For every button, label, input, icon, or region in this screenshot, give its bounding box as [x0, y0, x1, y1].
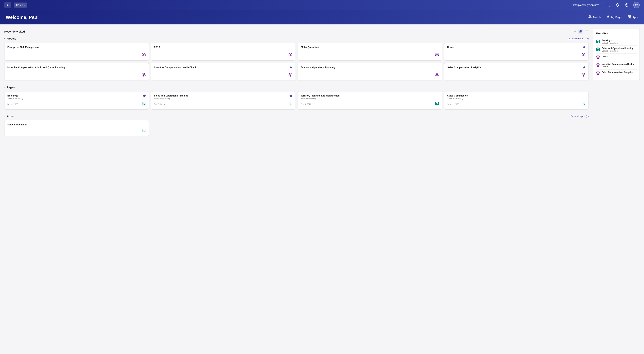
- fav-item-title: Home: [602, 55, 608, 58]
- fav-item-texts: Incentive Compensation Health Check: [602, 63, 637, 68]
- fav-item-texts: Sales Compensation Analytics: [602, 71, 633, 74]
- model-cube-icon: [142, 53, 146, 58]
- model-card-home[interactable]: Home: [444, 42, 589, 60]
- svg-rect-33: [436, 102, 438, 105]
- app-card-title: Sales Forecasting: [7, 123, 146, 126]
- favorites-sidebar: Favorites Bookings Sales Forecasting Sal…: [593, 29, 640, 142]
- page-card-territory-planning[interactable]: Territory Planning and Management Sales …: [298, 91, 442, 110]
- content-left: Recently visited: [4, 29, 589, 142]
- models-nav-button[interactable]: Models: [588, 15, 601, 20]
- model-card-sales-ops-planning[interactable]: Sales and Operations Planning: [298, 63, 442, 81]
- svg-rect-13: [580, 32, 582, 32]
- svg-rect-44: [144, 131, 145, 132]
- star-icon[interactable]: [143, 94, 146, 98]
- model-card-enterprise-risk[interactable]: Enterprise Risk Management: [4, 42, 149, 60]
- page-card-top: Sales and Operations Planning Sales Fore…: [154, 94, 292, 100]
- pages-collapse-icon[interactable]: ▾: [4, 86, 6, 88]
- page-card-subtitle: Sales Forecasting: [447, 98, 468, 100]
- page-card-info: Sales and Operations Planning Sales Fore…: [154, 94, 188, 100]
- svg-rect-11: [580, 30, 582, 31]
- model-card-fpa-quickstart[interactable]: FP&A Quickstart: [298, 42, 442, 60]
- app-card-sales-forecasting-app[interactable]: Sales Forecasting: [4, 120, 149, 136]
- svg-rect-10: [579, 30, 580, 31]
- svg-rect-6: [630, 16, 631, 16]
- page-card-info: Territory Planning and Management Sales …: [300, 94, 340, 100]
- favorite-item-fav-bookings[interactable]: Bookings Sales Forecasting: [596, 38, 637, 46]
- favorite-item-fav-sales-ops[interactable]: Sales and Operations Planning Sales Fore…: [596, 46, 637, 54]
- app-icon: [142, 128, 146, 133]
- star-icon[interactable]: [290, 94, 292, 98]
- top-navigation: A Home ▾ Interplanetary Ventures ▾ PT: [0, 0, 644, 10]
- fav-item-title: Sales and Operations Planning: [602, 47, 634, 50]
- fav-item-icon: [596, 63, 600, 68]
- help-button[interactable]: [624, 2, 630, 8]
- page-icon: [142, 102, 146, 106]
- model-cube-icon: [435, 53, 439, 58]
- favorite-item-fav-home[interactable]: Home: [596, 54, 637, 62]
- page-card-top: Territory Planning and Management Sales …: [300, 94, 439, 100]
- model-card-sales-comp-analytics[interactable]: Sales Compensation Analytics: [444, 63, 589, 81]
- favorite-item-fav-incentive-health[interactable]: Incentive Compensation Health Check: [596, 62, 637, 70]
- model-card-incentive-comp-admin[interactable]: Incentive Compensation Admin and Quota P…: [4, 63, 149, 81]
- models-cards-grid: Enterprise Risk Management FP&A FP&A Qui…: [4, 42, 589, 81]
- page-card-bookings[interactable]: Bookings Sales Forecasting Dec 3, 2020: [4, 91, 149, 110]
- fav-item-title: Sales Compensation Analytics: [602, 71, 633, 74]
- visibility-toggle-button[interactable]: [572, 29, 576, 34]
- model-card-incentive-comp-health[interactable]: Incentive Compensation Health Check: [151, 63, 296, 81]
- model-card-bottom: [447, 53, 586, 58]
- page-card-sales-ops-planning-page[interactable]: Sales and Operations Planning Sales Fore…: [151, 91, 296, 110]
- pages-title-row: ▾ Pages: [4, 86, 15, 89]
- model-card-title: Home: [447, 46, 454, 49]
- apps-nav-button[interactable]: Apps: [628, 15, 638, 20]
- page-card-bottom: Dec 3, 2020: [300, 102, 439, 106]
- fav-item-icon: [596, 39, 600, 44]
- svg-marker-22: [583, 66, 585, 68]
- page-date: Dec 3, 2020: [7, 103, 18, 105]
- page-card-top: Sales Commission Sales Forecasting: [447, 94, 586, 100]
- grid-view-button[interactable]: [578, 29, 582, 34]
- notifications-button[interactable]: [614, 2, 620, 8]
- star-icon[interactable]: [583, 66, 586, 69]
- view-controls: [572, 29, 589, 34]
- model-card-title: Enterprise Risk Management: [7, 46, 39, 49]
- view-all-models-link[interactable]: View all models (13): [568, 37, 589, 40]
- model-card-fpa[interactable]: FP&A: [151, 42, 296, 60]
- model-card-top: FP&A: [154, 46, 292, 49]
- view-all-apps-link[interactable]: View all apps (1): [572, 115, 589, 118]
- model-card-top: Incentive Compensation Health Check: [154, 66, 292, 69]
- svg-marker-23: [143, 94, 145, 97]
- my-pages-nav-button[interactable]: My Pages: [606, 15, 622, 20]
- page-card-title: Sales and Operations Planning: [154, 94, 188, 97]
- list-view-button[interactable]: [584, 29, 589, 34]
- pages-section: ▾ Pages Bookings Sales Forecasting Dec 3…: [4, 86, 589, 110]
- models-collapse-icon[interactable]: ▾: [4, 38, 6, 40]
- home-nav-button[interactable]: Home ▾: [14, 2, 27, 8]
- page-icon: [435, 102, 439, 106]
- apps-collapse-icon[interactable]: ▾: [4, 115, 6, 118]
- app-logo[interactable]: A: [4, 2, 11, 8]
- page-card-sales-commission[interactable]: Sales Commission Sales Forecasting Sep 1…: [444, 91, 589, 110]
- page-date: Dec 3, 2020: [300, 103, 311, 105]
- page-card-subtitle: Sales Forecasting: [7, 98, 23, 100]
- svg-rect-32: [290, 104, 292, 105]
- model-card-top: Sales and Operations Planning: [300, 66, 439, 69]
- search-button[interactable]: [605, 2, 611, 8]
- model-card-bottom: [7, 73, 146, 78]
- page-card-bottom: Dec 3, 2020: [154, 102, 292, 106]
- model-card-top: Home: [447, 46, 586, 49]
- svg-rect-49: [596, 48, 600, 51]
- svg-rect-27: [144, 104, 145, 105]
- star-icon[interactable]: [583, 46, 586, 49]
- svg-rect-8: [630, 17, 631, 18]
- apps-title-row: ▾ Apps: [4, 115, 14, 118]
- svg-rect-29: [289, 102, 292, 105]
- models-section-header: ▾ Models View all models (13): [4, 37, 589, 40]
- favorites-panel: Favorites Bookings Sales Forecasting Sal…: [593, 29, 640, 80]
- company-selector[interactable]: Interplanetary Ventures ▾: [573, 4, 602, 6]
- star-icon[interactable]: [290, 66, 292, 69]
- page-card-subtitle: Sales Forecasting: [154, 98, 188, 100]
- apps-section-header: ▾ Apps View all apps (1): [4, 115, 589, 118]
- user-avatar[interactable]: PT: [633, 2, 640, 8]
- model-card-bottom: [7, 53, 146, 58]
- favorite-item-fav-sales-comp[interactable]: Sales Compensation Analytics: [596, 70, 637, 77]
